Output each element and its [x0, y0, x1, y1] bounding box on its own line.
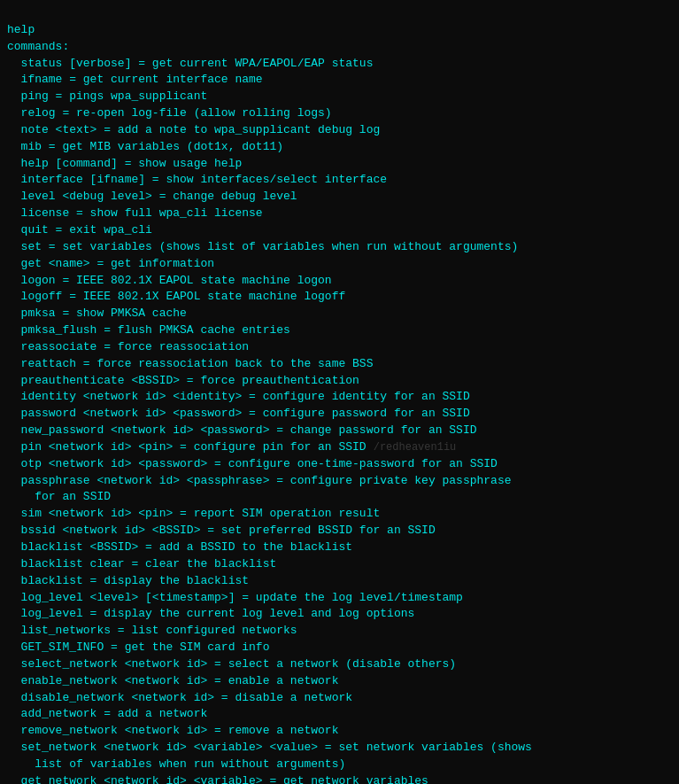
terminal-line: quit = exit wpa_cli	[7, 222, 672, 239]
terminal-line: level <debug level> = change debug level	[7, 189, 672, 206]
terminal-line: reassociate = force reassociation	[7, 339, 672, 356]
terminal-line: set = set variables (shows list of varia…	[7, 239, 672, 256]
terminal-line: for an SSID	[7, 489, 672, 506]
terminal-line: blacklist <BSSID> = add a BSSID to the b…	[7, 539, 672, 556]
terminal-line: list_networks = list configured networks	[7, 623, 672, 640]
terminal-line: enable_network <network id> = enable a n…	[7, 673, 672, 690]
terminal-line: ping = pings wpa_supplicant	[7, 89, 672, 105]
terminal-line: interface [ifname] = show interfaces/sel…	[7, 172, 672, 189]
terminal-line: ifname = get current interface name	[7, 72, 672, 89]
terminal-line: mib = get MIB variables (dot1x, dot11)	[7, 139, 672, 156]
terminal-line: help [command] = show usage help	[7, 156, 672, 173]
terminal-line: disable_network <network id> = disable a…	[7, 690, 672, 707]
terminal-line: sim <network id> <pin> = report SIM oper…	[7, 506, 672, 523]
terminal-line-text: pin <network id> <pin> = configure pin f…	[7, 440, 367, 454]
terminal-line: logoff = IEEE 802.1X EAPOL state machine…	[7, 289, 672, 306]
terminal-line: select_network <network id> = select a n…	[7, 656, 672, 673]
terminal-line: help	[7, 22, 672, 39]
terminal-line: get_network <network id> <variable> = ge…	[7, 773, 672, 784]
terminal-line: set_network <network id> <variable> <val…	[7, 740, 672, 757]
terminal-line: password <network id> <password> = confi…	[7, 406, 672, 423]
terminal-line: reattach = force reassociation back to t…	[7, 356, 672, 373]
terminal-line: identity <network id> <identity> = confi…	[7, 389, 672, 406]
terminal-line: pmksa_flush = flush PMKSA cache entries	[7, 322, 672, 339]
terminal-line: get <name> = get information	[7, 256, 672, 273]
terminal-line: license = show full wpa_cli license	[7, 206, 672, 222]
terminal-output: helpcommands: status [verbose] = get cur…	[7, 5, 672, 784]
watermark-text: /redheaven1iu	[374, 441, 457, 454]
terminal-line: blacklist clear = clear the blacklist	[7, 556, 672, 573]
terminal-line: pmksa = show PMKSA cache	[7, 306, 672, 322]
terminal-line: note <text> = add a note to wpa_supplica…	[7, 122, 672, 139]
terminal-line: pin <network id> <pin> = configure pin f…	[7, 439, 672, 456]
terminal-line: relog = re-open log-file (allow rolling …	[7, 105, 672, 122]
terminal-line: list of variables when run without argum…	[7, 757, 672, 773]
terminal-line: passphrase <network id> <passphrase> = c…	[7, 473, 672, 490]
terminal-line: add_network = add a network	[7, 706, 672, 723]
terminal-line: bssid <network id> <BSSID> = set preferr…	[7, 523, 672, 539]
terminal-line: log_level = display the current log leve…	[7, 606, 672, 623]
terminal-line: status [verbose] = get current WPA/EAPOL…	[7, 56, 672, 73]
terminal-line: logon = IEEE 802.1X EAPOL state machine …	[7, 273, 672, 290]
terminal-line: commands:	[7, 39, 672, 56]
terminal-line: log_level <level> [<timestamp>] = update…	[7, 590, 672, 607]
terminal-line: otp <network id> <password> = configure …	[7, 456, 672, 473]
terminal-line: blacklist = display the blacklist	[7, 573, 672, 590]
terminal-line: remove_network <network id> = remove a n…	[7, 723, 672, 740]
terminal-line: GET_SIM_INFO = get the SIM card info	[7, 640, 672, 656]
terminal-line: new_password <network id> <password> = c…	[7, 423, 672, 439]
terminal-line: preauthenticate <BSSID> = force preauthe…	[7, 373, 672, 390]
